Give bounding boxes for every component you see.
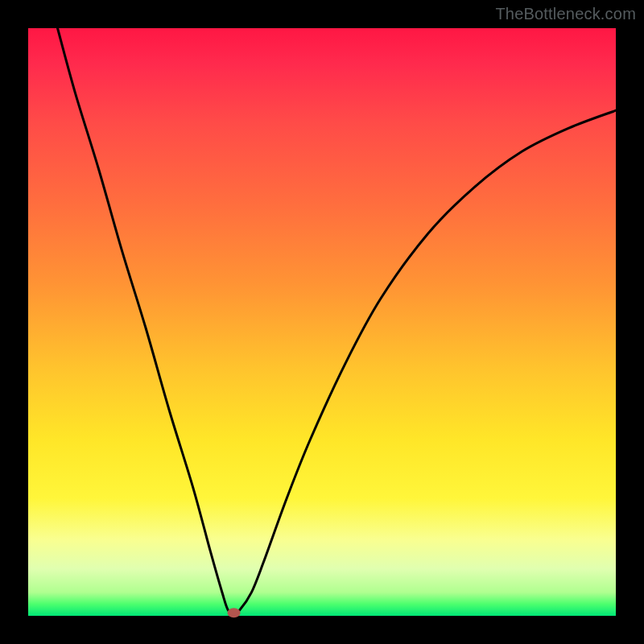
attribution-text: TheBottleneck.com <box>495 5 636 23</box>
curve-svg <box>28 28 616 616</box>
chart-stage: TheBottleneck.com <box>0 0 644 644</box>
bottleneck-marker <box>228 608 241 617</box>
bottleneck-curve <box>58 28 617 613</box>
plot-area <box>28 28 616 616</box>
